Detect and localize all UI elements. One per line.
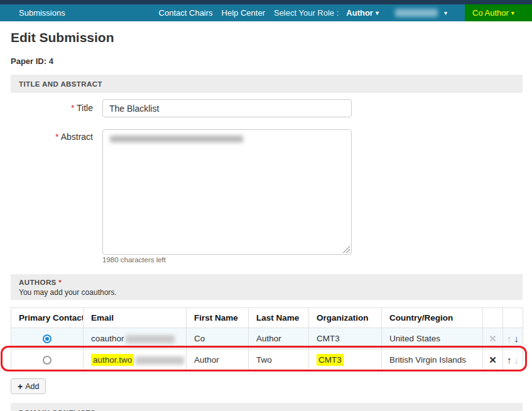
col-last-name: Last Name — [249, 308, 309, 328]
cmt-edit-submission-page: Submissions Contact Chairs Help Center S… — [0, 0, 532, 411]
characters-left-counter: 1980 characters left — [102, 256, 166, 264]
redacted-email-domain — [135, 356, 184, 365]
section-heading: TITLE AND ABSTRACT — [19, 80, 102, 88]
browser-top-strip — [0, 0, 532, 4]
country-cell: British Virgin Islands — [382, 350, 483, 371]
organization-text-highlighted: CMT3 — [317, 354, 344, 366]
nav-help-center-link[interactable]: Help Center — [222, 8, 265, 18]
required-asterisk: * — [58, 279, 62, 286]
title-input[interactable] — [102, 99, 352, 117]
chevron-down-icon: ▾ — [376, 9, 379, 16]
email-cell: author.two — [84, 350, 187, 371]
move-down-icon[interactable]: ↓ — [514, 333, 519, 344]
abstract-label: * Abstract — [11, 132, 93, 142]
abstract-textarea[interactable] — [102, 129, 352, 255]
email-cell: coauthor — [84, 328, 187, 350]
navbar: Submissions Contact Chairs Help Center S… — [0, 4, 532, 21]
col-delete — [483, 308, 503, 328]
section-authors: AUTHORS * You may add your coauthors. — [11, 274, 523, 300]
required-asterisk: * — [55, 132, 58, 142]
title-label-text: Title — [77, 103, 93, 113]
redacted-email-domain — [126, 335, 175, 343]
last-name-cell: Author — [249, 328, 309, 350]
select-role-label: Select Your Role : — [274, 8, 339, 18]
organization-cell: CMT3 — [309, 350, 382, 371]
required-asterisk: * — [71, 103, 74, 113]
role-dropdown[interactable]: Author▾ — [346, 8, 379, 18]
col-first-name: First Name — [187, 308, 249, 328]
section-title-and-abstract: TITLE AND ABSTRACT — [11, 75, 523, 93]
authors-subheading: You may add your coauthors. — [19, 288, 523, 297]
author-row-1: coauthor Co Author CMT3 United States ✕ … — [11, 328, 523, 350]
navbar-right: Contact Chairs Help Center Select Your R… — [159, 4, 532, 21]
authors-table-header-row: Primary Contact Email First Name Last Na… — [11, 308, 523, 328]
move-up-icon-disabled: ↑ — [507, 333, 512, 344]
first-name-cell: Author — [187, 350, 249, 371]
email-text-highlighted: author.two — [91, 354, 134, 366]
first-name-cell: Co — [187, 328, 249, 350]
coauthor-dropdown-label: Co Author — [472, 8, 509, 18]
col-email: Email — [84, 308, 187, 328]
organization-cell: CMT3 — [309, 328, 382, 350]
authors-heading-text: AUTHORS — [19, 279, 57, 286]
chevron-down-icon: ▾ — [511, 9, 514, 16]
role-dropdown-value: Author — [346, 8, 373, 18]
abstract-field-wrap — [102, 129, 352, 255]
nav-submissions-link[interactable]: Submissions — [19, 8, 65, 18]
authors-table: Primary Contact Email First Name Last Na… — [11, 307, 523, 371]
title-label: * Title — [11, 103, 93, 113]
paper-id: Paper ID: 4 — [11, 56, 53, 66]
abstract-label-text: Abstract — [61, 132, 93, 142]
move-down-icon-disabled: ↓ — [514, 355, 519, 365]
primary-contact-radio-unselected[interactable] — [43, 356, 52, 365]
author-row-2-highlighted: author.two Author Two CMT3 British Virgi… — [11, 350, 523, 371]
conference-dropdown[interactable]: ▾ — [395, 9, 447, 17]
page-title: Edit Submission — [11, 30, 114, 45]
col-primary-contact: Primary Contact — [11, 308, 84, 328]
add-button-label: Add — [25, 382, 39, 391]
section-domain-conflicts: DOMAIN CONFLICTS — [11, 403, 523, 411]
last-name-cell: Two — [249, 350, 309, 371]
section-heading: AUTHORS * — [19, 279, 523, 286]
chevron-down-icon: ▾ — [444, 9, 447, 16]
col-organization: Organization — [309, 308, 382, 328]
nav-contact-chairs-link[interactable]: Contact Chairs — [159, 8, 213, 18]
coauthor-dropdown[interactable]: Co Author▾ — [465, 4, 532, 21]
add-author-button[interactable]: + Add — [11, 378, 46, 394]
redacted-conference-name — [395, 9, 438, 17]
country-cell: United States — [382, 328, 483, 350]
plus-icon: + — [18, 382, 23, 392]
primary-contact-radio-selected[interactable] — [43, 334, 52, 343]
delete-author-icon-disabled: ✕ — [489, 333, 497, 344]
col-reorder — [503, 308, 523, 328]
col-country-region: Country/Region — [382, 308, 483, 328]
email-text: coauthor — [91, 334, 124, 343]
delete-author-icon[interactable]: ✕ — [489, 355, 497, 366]
move-up-icon[interactable]: ↑ — [507, 355, 512, 365]
